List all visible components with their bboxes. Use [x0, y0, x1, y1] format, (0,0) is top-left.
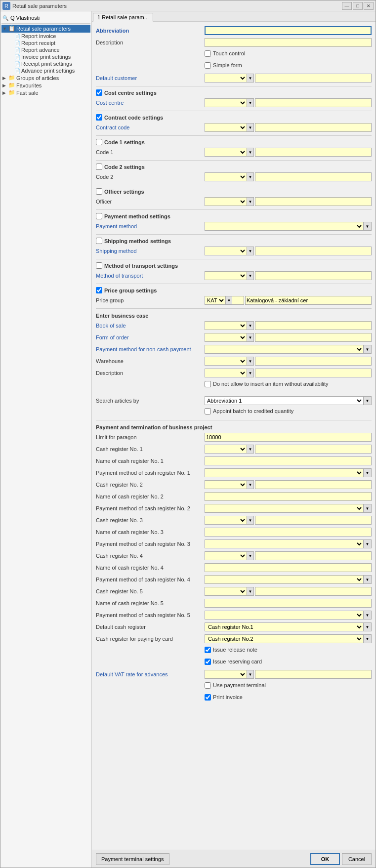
payment-method-dropdown[interactable]: ▼	[205, 222, 372, 231]
name-cash1-input[interactable]	[205, 456, 372, 465]
no-availability-checkbox[interactable]	[205, 381, 211, 387]
name-cash3-input[interactable]	[205, 528, 372, 537]
transport-text[interactable]	[255, 271, 372, 280]
cash-register3-select[interactable]: ▼	[205, 516, 254, 525]
cost-centre-select[interactable]: ▼	[205, 98, 254, 107]
name-cash5-input[interactable]	[205, 599, 372, 608]
use-payment-terminal-checkbox[interactable]	[205, 682, 211, 689]
price-group-settings-checkbox[interactable]	[96, 287, 102, 293]
contract-code-label[interactable]: Contract code	[96, 124, 205, 130]
minimize-button[interactable]: —	[342, 2, 352, 10]
cash-register4-select[interactable]: ▼	[205, 551, 254, 560]
form-of-order-text[interactable]	[255, 333, 372, 342]
payment-method-settings-checkbox[interactable]	[96, 213, 102, 219]
code2-select[interactable]: ▼	[205, 172, 254, 181]
payment-cash4-dropdown[interactable]: ▼	[205, 575, 372, 584]
close-button[interactable]: ✕	[364, 2, 374, 10]
warehouse-text[interactable]	[255, 357, 372, 366]
book-of-sale-text[interactable]	[255, 321, 372, 330]
code2-settings-checkbox[interactable]	[96, 164, 102, 170]
search-articles-dropdown[interactable]: Abbreviation 1 ▼	[205, 396, 372, 405]
cash-register2-text[interactable]	[255, 480, 372, 489]
maximize-button[interactable]: □	[353, 2, 363, 10]
default-cash-register-dropdown[interactable]: Cash register No.1 ▼	[205, 622, 372, 631]
sidebar-item-favourites[interactable]: ▶ 📁 Favourites	[1, 82, 90, 89]
abbreviation-input[interactable]	[205, 26, 372, 35]
officer-select[interactable]: ▼	[205, 197, 254, 206]
form-of-order-label[interactable]: Form of order	[96, 334, 205, 340]
payment-cash1-dropdown[interactable]: ▼	[205, 468, 372, 477]
description-input[interactable]	[205, 38, 372, 47]
default-customer-select[interactable]: ▼	[205, 74, 254, 83]
payment-noncash-dropdown[interactable]: ▼	[205, 345, 372, 354]
tab-retail-sale-param[interactable]: 1 Retail sale param...	[93, 13, 153, 22]
shipping-text[interactable]	[255, 247, 372, 255]
sidebar-item-fast-sale[interactable]: ▶ 📁 Fast sale	[1, 89, 90, 96]
default-vat-text[interactable]	[255, 670, 372, 679]
print-invoice-checkbox[interactable]	[205, 694, 211, 701]
shipping-method-settings-checkbox[interactable]	[96, 238, 102, 244]
default-customer-text[interactable]	[255, 74, 372, 83]
payment-cash3-dropdown[interactable]: ▼	[205, 539, 372, 548]
sidebar-item-invoice-print[interactable]: 📄 Invoice print settings	[7, 53, 90, 60]
sidebar-search-input[interactable]	[9, 13, 89, 22]
shipping-method-label[interactable]: Shipping method	[96, 248, 205, 254]
cash-register5-select[interactable]: ▼	[205, 587, 254, 596]
payment-cash5-dropdown[interactable]: ▼	[205, 611, 372, 620]
transport-label[interactable]: Method of transport	[96, 273, 205, 279]
book-of-sale-select[interactable]: ▼	[205, 321, 254, 330]
sidebar-item-advance-print[interactable]: 📄 Advance print settings	[7, 67, 90, 74]
cash-register5-text[interactable]	[255, 587, 372, 596]
cost-centre-label[interactable]: Cost centre	[96, 100, 205, 106]
cost-centre-settings-checkbox[interactable]	[96, 89, 102, 96]
description2-select[interactable]: ▼	[205, 369, 254, 377]
sidebar-item-retail-sale-parameters[interactable]: ▼ 📋 Retail sale parameters	[1, 25, 90, 33]
contract-code-text[interactable]	[255, 123, 372, 132]
contract-code-select[interactable]: ▼	[205, 123, 254, 132]
book-of-sale-label[interactable]: Book of sale	[96, 323, 205, 329]
payment-noncash-label[interactable]: Payment method for non-cash payment	[96, 346, 205, 352]
limit-paragon-input[interactable]	[205, 433, 372, 442]
officer-text[interactable]	[255, 197, 372, 206]
ok-button[interactable]: OK	[310, 853, 340, 865]
sidebar-item-groups[interactable]: ▶ 📁 Groups of articles	[1, 74, 90, 82]
cash-register3-text[interactable]	[255, 516, 372, 525]
price-group-select[interactable]: KAT ▼	[205, 296, 244, 305]
description2-text[interactable]	[255, 369, 372, 377]
cash-register1-select[interactable]: ▼	[205, 445, 254, 454]
contract-code-settings-checkbox[interactable]	[96, 114, 102, 121]
cancel-button[interactable]: Cancel	[342, 853, 372, 865]
sidebar-item-receipt-print[interactable]: 📄 Receipt print settings	[7, 60, 90, 67]
cash-register2-select[interactable]: ▼	[205, 480, 254, 489]
form-of-order-select[interactable]: ▼	[205, 333, 254, 342]
name-cash2-input[interactable]	[205, 492, 372, 501]
code1-settings-checkbox[interactable]	[96, 139, 102, 145]
issue-reserving-card-checkbox[interactable]	[205, 659, 211, 665]
cash-register4-text[interactable]	[255, 551, 372, 560]
cash-card-dropdown[interactable]: Cash register No.2 ▼	[205, 634, 372, 643]
transport-settings-checkbox[interactable]	[96, 262, 102, 269]
issue-release-note-checkbox[interactable]	[205, 647, 211, 653]
price-group-text[interactable]	[245, 296, 372, 305]
sidebar-item-report-advance[interactable]: 📄 Report advance	[7, 46, 90, 53]
code2-text[interactable]	[255, 172, 372, 181]
default-customer-label[interactable]: Default customer	[96, 75, 205, 81]
payment-method-label[interactable]: Payment method	[96, 223, 205, 229]
warehouse-select[interactable]: ▼	[205, 357, 254, 366]
default-vat-select[interactable]: ▼	[205, 670, 254, 679]
payment-terminal-settings-button[interactable]: Payment terminal settings	[96, 853, 169, 865]
touch-control-checkbox[interactable]	[205, 50, 211, 57]
cost-centre-text[interactable]	[255, 98, 372, 107]
code1-select[interactable]: ▼	[205, 148, 254, 157]
transport-select[interactable]: ▼	[205, 271, 254, 280]
cash-register1-text[interactable]	[255, 445, 372, 454]
sidebar-item-report-receipt[interactable]: 📄 Report receipt	[7, 40, 90, 46]
default-vat-label[interactable]: Default VAT rate for advances	[96, 671, 205, 677]
sidebar-item-report-invoice[interactable]: 📄 Report invoice	[7, 33, 90, 40]
appoint-batch-checkbox[interactable]	[205, 408, 211, 414]
payment-cash2-dropdown[interactable]: ▼	[205, 504, 372, 513]
shipping-select[interactable]: ▼	[205, 247, 254, 255]
officer-settings-checkbox[interactable]	[96, 188, 102, 195]
simple-form-checkbox[interactable]	[205, 62, 211, 69]
code1-text[interactable]	[255, 148, 372, 157]
